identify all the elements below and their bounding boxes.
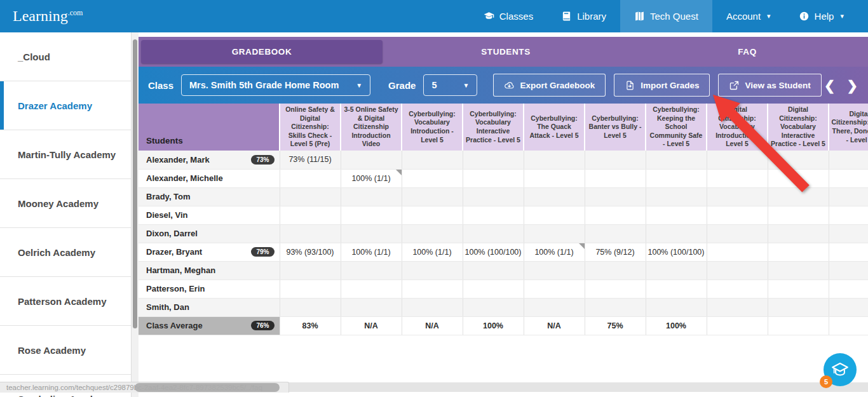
sidebar-item-rose-academy[interactable]: Rose Academy <box>0 326 131 375</box>
sidebar-item-mooney-academy[interactable]: Mooney Academy <box>0 179 131 228</box>
grade-cell[interactable] <box>768 279 829 298</box>
grade-cell[interactable] <box>829 187 868 206</box>
grade-cell[interactable] <box>280 224 341 243</box>
grade-cell[interactable]: N/A <box>524 316 585 335</box>
help-fab-button[interactable]: 5 <box>824 353 857 386</box>
grade-cell[interactable] <box>524 261 585 279</box>
grade-cell[interactable] <box>829 206 868 224</box>
grade-cell[interactable] <box>646 169 707 187</box>
grade-cell[interactable] <box>280 206 341 224</box>
grade-cell[interactable]: 100% (1/1) <box>341 169 402 187</box>
grade-cell[interactable] <box>585 298 646 316</box>
grade-cell[interactable]: 73% (11/15) <box>280 151 341 169</box>
student-name-cell[interactable]: Diesel, Vin <box>139 206 280 224</box>
grade-cell[interactable] <box>707 187 768 206</box>
nav-item-library[interactable]: Library <box>547 0 620 32</box>
nav-item-classes[interactable]: Classes <box>470 0 547 32</box>
grade-cell[interactable] <box>707 316 768 335</box>
grade-cell[interactable] <box>829 224 868 243</box>
export-gradebook-button[interactable]: Export Gradebook <box>493 74 606 97</box>
grade-cell[interactable]: 100% (100/100) <box>646 243 707 261</box>
grade-cell[interactable] <box>463 298 524 316</box>
tab-gradebook[interactable]: GRADEBOOK <box>141 40 383 64</box>
view-as-student-button[interactable]: View as Student <box>718 74 821 97</box>
grade-cell[interactable] <box>463 187 524 206</box>
grade-cell[interactable] <box>707 224 768 243</box>
assignment-column-header[interactable]: Cyberbullying: Vocabulary Introduction -… <box>402 104 463 151</box>
prev-columns-arrow[interactable]: ❮ <box>824 79 836 92</box>
grade-cell[interactable] <box>707 279 768 298</box>
assignment-column-header[interactable]: Cyberbullying: Vocabulary Interactive Pr… <box>463 104 524 151</box>
grade-cell[interactable] <box>829 151 868 169</box>
grade-cell[interactable] <box>463 206 524 224</box>
student-name-cell[interactable]: Brady, Tom <box>139 187 280 206</box>
sidebar-item-patterson-academy[interactable]: Patterson Academy <box>0 277 131 326</box>
grade-cell[interactable] <box>829 298 868 316</box>
grade-cell[interactable] <box>280 187 341 206</box>
learning-com-logo[interactable]: Learning.com <box>13 8 83 25</box>
grade-cell[interactable] <box>707 169 768 187</box>
grade-cell[interactable] <box>463 169 524 187</box>
grade-cell[interactable] <box>768 224 829 243</box>
grade-cell[interactable] <box>768 169 829 187</box>
grade-cell[interactable] <box>585 187 646 206</box>
grade-cell[interactable] <box>280 261 341 279</box>
student-name-cell[interactable]: Patterson, Erin <box>139 279 280 298</box>
grade-cell[interactable] <box>524 151 585 169</box>
nav-item-account[interactable]: Account▾ <box>712 0 785 32</box>
grade-cell[interactable] <box>524 224 585 243</box>
grade-cell[interactable] <box>524 298 585 316</box>
assignment-column-header[interactable]: Digital Citizenship: Vocabulary Introduc… <box>707 104 768 151</box>
grade-cell[interactable] <box>524 169 585 187</box>
grade-cell[interactable] <box>585 169 646 187</box>
student-name-cell[interactable]: Dixon, Darrel <box>139 224 280 243</box>
grade-cell[interactable] <box>280 298 341 316</box>
grade-cell[interactable] <box>829 243 868 261</box>
student-name-cell[interactable]: Class Average76% <box>139 316 280 335</box>
grade-cell[interactable] <box>829 279 868 298</box>
grade-cell[interactable] <box>646 187 707 206</box>
grade-cell[interactable] <box>463 261 524 279</box>
grade-cell[interactable] <box>768 206 829 224</box>
nav-item-tech-quest[interactable]: Tech Quest <box>620 0 712 32</box>
grade-dropdown[interactable]: 5 ▼ <box>423 74 477 96</box>
assignment-column-header[interactable]: Digital Citizenship: Vocabulary Interact… <box>768 104 829 151</box>
grade-cell[interactable] <box>463 151 524 169</box>
grade-cell[interactable]: 100% <box>646 316 707 335</box>
grade-cell[interactable] <box>768 187 829 206</box>
grade-cell[interactable] <box>768 316 829 335</box>
grade-cell[interactable] <box>829 261 868 279</box>
assignment-column-header[interactable]: Online Safety & Digital Citizenship: Ski… <box>280 104 341 151</box>
grade-cell[interactable] <box>829 316 868 335</box>
grade-cell[interactable]: 100% <box>463 316 524 335</box>
sidebar-item-drazer-academy[interactable]: Drazer Academy <box>0 81 131 130</box>
assignment-column-header[interactable]: Cyberbullying: Keeping the School Commun… <box>646 104 707 151</box>
grade-cell[interactable] <box>463 224 524 243</box>
grade-cell[interactable]: 75% (9/12) <box>585 243 646 261</box>
grade-cell[interactable]: N/A <box>402 316 463 335</box>
grade-cell[interactable] <box>402 206 463 224</box>
assignment-column-header[interactable]: Digital Citizenship: Been There, Done Th… <box>829 104 868 151</box>
grade-cell[interactable] <box>768 261 829 279</box>
grade-cell[interactable] <box>707 206 768 224</box>
sidebar-item--cloud[interactable]: _Cloud <box>0 32 131 81</box>
student-name-cell[interactable]: Hartman, Meghan <box>139 261 280 279</box>
grade-cell[interactable] <box>707 151 768 169</box>
grade-cell[interactable] <box>280 279 341 298</box>
grade-cell[interactable] <box>646 151 707 169</box>
tab-students[interactable]: STUDENTS <box>385 37 627 67</box>
grade-cell[interactable] <box>585 261 646 279</box>
grade-cell[interactable] <box>646 206 707 224</box>
grade-cell[interactable] <box>402 187 463 206</box>
grade-cell[interactable] <box>707 298 768 316</box>
grade-cell[interactable] <box>402 298 463 316</box>
grade-cell[interactable] <box>524 206 585 224</box>
sidebar-scrollbar[interactable] <box>132 32 139 397</box>
grade-cell[interactable] <box>402 224 463 243</box>
grade-cell[interactable] <box>524 279 585 298</box>
grade-cell[interactable] <box>341 298 402 316</box>
next-columns-arrow[interactable]: ❯ <box>846 79 858 92</box>
sidebar-item-oelrich-academy[interactable]: Oelrich Academy <box>0 228 131 277</box>
student-name-cell[interactable]: Alexander, Michelle <box>139 169 280 187</box>
assignment-column-header[interactable]: Cyberbullying: The Quack Attack - Level … <box>524 104 585 151</box>
